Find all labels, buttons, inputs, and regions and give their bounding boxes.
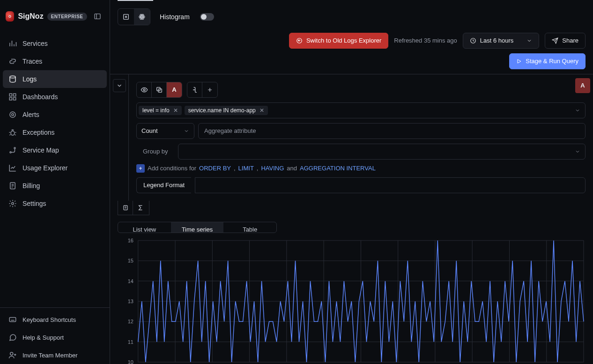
having-link[interactable]: HAVING [261, 165, 284, 172]
sidebar-item-service-map[interactable]: Service Map [3, 141, 107, 159]
svg-text:13: 13 [128, 298, 133, 304]
sidebar-item-label: Services [22, 40, 48, 47]
orderby-link[interactable]: ORDER BY [199, 165, 231, 172]
route-icon [8, 146, 17, 154]
add-condition-button[interactable]: + [136, 164, 145, 173]
query-letter-badge[interactable]: A [167, 82, 182, 97]
builder-mode-icon[interactable] [118, 9, 134, 25]
gear-icon [8, 199, 17, 208]
sidebar-item-usage-explorer[interactable]: Usage Explorer [3, 159, 107, 177]
sidebar-item-keyboard[interactable]: Keyboard Shortcuts [3, 311, 107, 328]
sidebar-item-invite[interactable]: Invite Team Member [3, 346, 107, 364]
sidebar-item-label: Exceptions [22, 129, 54, 136]
agg-attr-input[interactable]: Aggregate attribute [198, 123, 586, 139]
legend-label: Legend Format [136, 177, 191, 193]
expand-icon[interactable] [113, 79, 126, 92]
sidebar-item-label: Invite Team Member [22, 352, 78, 359]
sidebar-item-label: Dashboards [22, 93, 58, 101]
chart: 10111213141516 [110, 238, 593, 364]
bottom-toolbelt [118, 201, 149, 215]
sidebar-item-logs[interactable]: Logs [3, 70, 107, 88]
run-query-button[interactable]: Stage & Run Query [509, 53, 586, 69]
sidebar-item-label: Traces [22, 58, 42, 65]
chat-icon [8, 333, 17, 342]
bug-icon [8, 128, 17, 137]
legend-input[interactable] [195, 177, 586, 193]
svg-text:14: 14 [128, 278, 133, 284]
svg-rect-7 [9, 98, 12, 100]
userplus-icon [8, 351, 17, 359]
close-icon[interactable]: ✕ [173, 107, 178, 114]
add-function-icon[interactable] [202, 82, 217, 97]
sidebar-item-alerts[interactable]: Alerts [3, 106, 107, 124]
filter-tag[interactable]: service.name IN demo-app ✕ [185, 106, 268, 115]
header-row-2: Switch to Old Logs Explorer Refreshed 35… [110, 30, 593, 53]
filter-tag[interactable]: level = info ✕ [139, 106, 182, 115]
conditions-line: + Add conditions for ORDER BY, LIMIT, HA… [136, 164, 586, 173]
svg-rect-8 [14, 98, 16, 100]
group-by-input[interactable] [178, 144, 586, 160]
time-series-chart: 10111213141516 [119, 238, 586, 364]
sidebar-item-label: Service Map [22, 146, 59, 154]
svg-text:10: 10 [128, 359, 133, 364]
svg-text:15: 15 [128, 258, 133, 263]
view-tabs: List view Time series Table [118, 222, 277, 233]
sidebar-item-help[interactable]: Help & Support [3, 328, 107, 346]
visibility-icon[interactable] [137, 82, 152, 97]
sidebar-item-dashboards[interactable]: Dashboards [3, 88, 107, 106]
histogram-toggle[interactable] [200, 13, 214, 21]
function-toolbelt [187, 82, 218, 98]
sidebar-item-label: Usage Explorer [22, 164, 68, 172]
alert-icon [8, 110, 17, 119]
tab-time-series[interactable]: Time series [171, 222, 224, 233]
agg-interval-link[interactable]: AGGREGATION INTERVAL [300, 165, 376, 172]
histogram-label: Histogram [160, 13, 190, 21]
sidebar-item-label: Keyboard Shortcuts [22, 316, 76, 323]
tab-list-view[interactable]: List view [118, 222, 171, 233]
group-by-label: Group by [136, 144, 174, 160]
chevron-down-icon[interactable] [575, 149, 580, 154]
copy-icon[interactable] [152, 82, 167, 97]
svg-rect-5 [9, 94, 12, 96]
side-query-letter[interactable]: A [575, 78, 590, 93]
collapse-sidebar-icon[interactable] [91, 8, 104, 24]
grid-icon [8, 93, 17, 101]
main: Histogram Switch to Old Logs Explorer Re… [110, 0, 593, 364]
plan-badge: ENTERPRISE [47, 13, 87, 21]
svg-text:12: 12 [128, 319, 133, 324]
sidebar-item-services[interactable]: Services [3, 35, 107, 52]
notes-icon[interactable] [118, 201, 133, 215]
sidebar-item-traces[interactable]: Traces [3, 52, 107, 70]
atom-mode-icon[interactable] [134, 9, 150, 25]
sidebar-item-exceptions[interactable]: Exceptions [3, 124, 107, 141]
filter-input[interactable]: level = info ✕ service.name IN demo-app … [136, 102, 586, 118]
share-button[interactable]: Share [545, 33, 586, 49]
chart-icon [8, 164, 17, 172]
sidebar-footer: Keyboard Shortcuts Help & Support Invite… [0, 307, 110, 364]
close-icon[interactable]: ✕ [259, 107, 264, 114]
limit-link[interactable]: LIMIT [238, 165, 254, 172]
svg-rect-2 [95, 14, 100, 19]
query-gutter [110, 74, 129, 201]
query-panel: A level = info ✕ service.name IN demo-ap… [110, 74, 593, 201]
tab-table[interactable]: Table [223, 222, 276, 233]
sidebar-nav: Services Traces Logs Dashboards Alerts E… [0, 32, 110, 215]
play-icon [516, 58, 522, 64]
timerange-button[interactable]: Last 6 hours [463, 33, 540, 49]
sidebar: SigNoz ENTERPRISE Services Traces Logs D… [0, 0, 110, 364]
switch-old-explorer-button[interactable]: Switch to Old Logs Explorer [289, 33, 388, 49]
sidebar-item-label: Settings [22, 200, 46, 207]
svg-rect-6 [14, 94, 16, 96]
function-icon[interactable] [187, 82, 202, 97]
sigma-icon[interactable] [133, 201, 148, 215]
svg-point-1 [9, 16, 11, 17]
brand-name: SigNoz [18, 12, 43, 21]
svg-rect-16 [9, 318, 16, 322]
svg-point-10 [12, 114, 14, 116]
svg-point-29 [143, 89, 145, 91]
query-toolbelt: A [136, 82, 182, 98]
chevron-down-icon[interactable] [575, 108, 580, 113]
sidebar-item-settings[interactable]: Settings [3, 195, 107, 212]
sidebar-item-billing[interactable]: Billing [3, 177, 107, 195]
agg-select[interactable]: Count [136, 123, 194, 139]
